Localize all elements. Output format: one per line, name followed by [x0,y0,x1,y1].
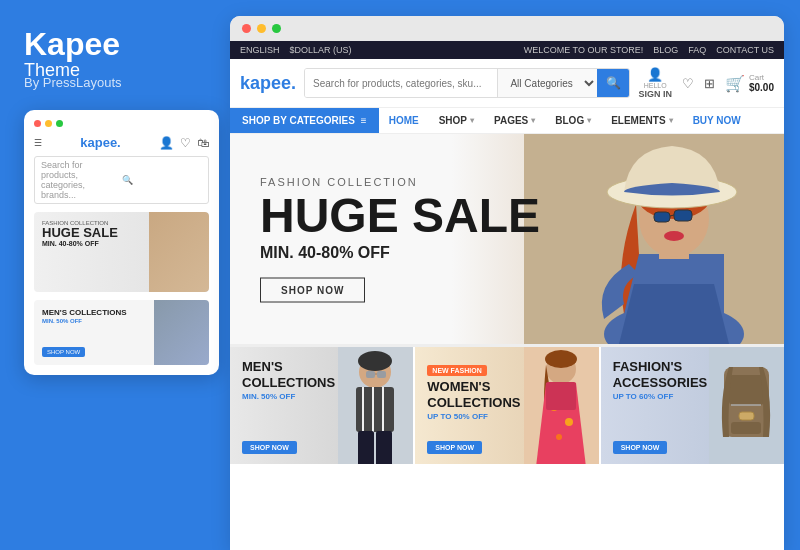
compare-icon: ⊞ [704,76,715,91]
hero-title: HUGE SALE [260,192,540,240]
cart-label: Cart [749,73,774,82]
site-logo[interactable]: kapee. [240,73,296,94]
search-input[interactable] [305,69,497,97]
svg-point-29 [565,418,573,426]
mobile-search-bar[interactable]: Search for products, categories, brands.… [34,156,209,204]
mens-collection-discount: MIN. 50% OFF [242,392,335,401]
nav-bar: SHOP BY CATEGORIES ≡ HOME SHOP ▾ PAGES ▾… [230,108,784,134]
top-bar-left: ENGLISH $DOLLAR (US) [240,45,352,55]
new-fashion-badge: NEW FASHION [427,365,486,376]
faq-link[interactable]: FAQ [688,45,706,55]
svg-rect-34 [729,375,764,405]
nav-pages-label: PAGES [494,115,528,126]
search-container: All Categories 🔍 [304,68,630,98]
welcome-text: WELCOME TO OUR STORE! [524,45,644,55]
hero-banner: FASHION COLLECTION HUGE SALE MIN. 40-80%… [230,134,784,344]
browser-titlebar [230,16,784,41]
mobile-header-icons: 👤 ♡ 🛍 [159,136,209,150]
mens-collection-image [338,347,413,464]
mobile-dot-yellow [45,120,52,127]
mobile-user-icon[interactable]: 👤 [159,136,174,150]
accessories-collection-discount: UP TO 60% OFF [613,392,708,401]
currency-selector[interactable]: $DOLLAR (US) [290,45,352,55]
hero-shop-now-button[interactable]: SHOP NOW [260,278,365,303]
nav-elements-label: ELEMENTS [611,115,665,126]
womens-shop-now-button[interactable]: SHOP NOW [427,441,482,454]
hero-discount: MIN. 40-80% OFF [260,244,540,262]
womens-collection-image [524,347,599,464]
shop-by-label: SHOP BY CATEGORIES [242,115,355,126]
mobile-search-icon[interactable]: 🔍 [122,175,203,185]
signin-button[interactable]: 👤 HELLO SIGN IN [638,67,672,99]
svg-rect-36 [739,412,754,420]
browser-dot-red [242,24,251,33]
category-dropdown[interactable]: All Categories [497,69,597,97]
svg-rect-21 [377,371,386,378]
svg-rect-23 [358,431,374,464]
mobile-hero-image [149,212,209,292]
nav-item-blog[interactable]: BLOG ▾ [545,108,601,133]
hero-image [524,134,784,344]
mobile-bag-icon[interactable]: 🛍 [197,136,209,150]
svg-rect-9 [674,210,692,221]
hello-text: HELLO [644,82,667,89]
nav-item-pages[interactable]: PAGES ▾ [484,108,545,133]
svg-point-11 [664,231,684,241]
nav-home-label: HOME [389,115,419,126]
mens-shop-now-button[interactable]: SHOP NOW [242,441,297,454]
svg-rect-20 [366,371,375,378]
mobile-collection-image [154,300,209,365]
nav-links: HOME SHOP ▾ PAGES ▾ BLOG ▾ ELEMENTS ▾ [379,108,751,133]
accessories-collection-text: FASHION'SACCESSORIES UP TO 60% OFF [613,359,708,401]
mobile-mockup: ☰ kapee. 👤 ♡ 🛍 Search for products, cate… [24,110,219,375]
top-bar: ENGLISH $DOLLAR (US) WELCOME TO OUR STOR… [230,41,784,59]
mobile-shop-now-button[interactable]: SHOP NOW [42,347,85,357]
svg-point-30 [556,434,562,440]
svg-rect-8 [654,212,670,222]
mobile-collection-text: MEN'S COLLECTIONS MIN. 50% OFF [42,308,127,324]
nav-shop-label: SHOP [439,115,467,126]
accessories-shop-now-button[interactable]: SHOP NOW [613,441,668,454]
categories-row: MEN'SCOLLECTIONS MIN. 50% OFF SHOP NOW [230,344,784,464]
brand-by: By PressLayouts [24,75,206,90]
brand-name: Kapee [24,28,206,60]
language-selector[interactable]: ENGLISH [240,45,280,55]
cart-icon: 🛒 [725,74,745,93]
left-panel: Kapee Theme By PressLayouts ☰ kapee. 👤 ♡… [0,0,230,550]
nav-buy-now-label: BUY NOW [693,115,741,126]
svg-rect-24 [376,431,392,464]
accessories-collection-title: FASHION'SACCESSORIES [613,359,708,390]
chevron-down-icon: ▾ [669,116,673,125]
cart-button[interactable]: 🛒 Cart $0.00 [725,73,774,93]
browser-dot-yellow [257,24,266,33]
shop-by-categories-button[interactable]: SHOP BY CATEGORIES ≡ [230,108,379,133]
mobile-collection-card: MEN'S COLLECTIONS MIN. 50% OFF SHOP NOW [34,300,209,365]
nav-item-home[interactable]: HOME [379,108,429,133]
svg-rect-37 [731,422,761,434]
womens-collection-discount: UP TO 50% OFF [427,412,520,421]
svg-point-15 [358,351,392,371]
mobile-hero-discount: MIN. 40-80% OFF [42,240,118,247]
heart-icon: ♡ [682,76,694,91]
browser-dot-green [272,24,281,33]
contact-link[interactable]: CONTACT US [716,45,774,55]
compare-button[interactable]: ⊞ [704,76,715,91]
wishlist-button[interactable]: ♡ [682,76,694,91]
mobile-menu-icon[interactable]: ☰ [34,138,42,148]
nav-item-elements[interactable]: ELEMENTS ▾ [601,108,682,133]
svg-rect-16 [356,387,394,432]
mobile-search-placeholder: Search for products, categories, brands.… [41,160,122,200]
nav-item-shop[interactable]: SHOP ▾ [429,108,484,133]
mobile-heart-icon[interactable]: ♡ [180,136,191,150]
svg-rect-31 [546,382,576,410]
search-button[interactable]: 🔍 [597,69,629,97]
mobile-hero-text: FASHION COLLECTION HUGE SALE MIN. 40-80%… [42,220,118,247]
blog-link[interactable]: BLOG [653,45,678,55]
nav-item-buy-now[interactable]: BUY NOW [683,108,751,133]
top-bar-right: WELCOME TO OUR STORE! BLOG FAQ CONTACT U… [524,45,774,55]
mobile-hero: FASHION COLLECTION HUGE SALE MIN. 40-80%… [34,212,209,292]
mens-collection-title: MEN'SCOLLECTIONS [242,359,335,390]
chevron-down-icon: ▾ [470,116,474,125]
shop-by-menu-icon: ≡ [361,115,367,126]
mobile-collection-title: MEN'S COLLECTIONS [42,308,127,318]
